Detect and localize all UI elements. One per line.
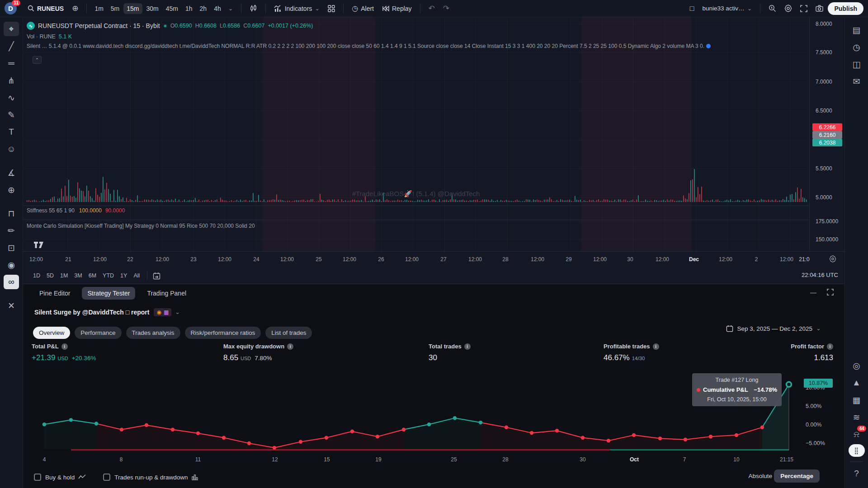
object-tree-icon[interactable]: ◫ xyxy=(849,57,864,71)
strategy-chevron-icon[interactable]: ⌄ xyxy=(175,310,180,314)
tab-pine-editor[interactable]: Pine Editor xyxy=(34,287,75,300)
notifications-bell-icon[interactable]: ⍾44 xyxy=(849,427,864,441)
layout-templates-button[interactable] xyxy=(324,3,339,14)
quick-search-button[interactable] xyxy=(765,3,780,14)
undo-button[interactable]: ↶ xyxy=(425,2,439,15)
settings-button[interactable] xyxy=(781,3,796,14)
view-overview[interactable]: Overview xyxy=(33,327,70,339)
range-6M[interactable]: 6M xyxy=(89,272,96,279)
timezone-gear-icon[interactable] xyxy=(829,255,836,264)
indicators-button[interactable]: Indicators ⌄ xyxy=(270,3,324,14)
range-1Y[interactable]: 1Y xyxy=(120,272,127,279)
stiffness-legend[interactable]: Stiffness 55 65 1 90100.000090.0000 xyxy=(27,207,125,214)
chat-icon[interactable]: ✉ xyxy=(849,74,864,89)
buy-hold-checkbox[interactable] xyxy=(34,474,41,481)
pane-separator[interactable] xyxy=(23,220,809,220)
equity-curve-chart[interactable]: 10.00%5.00%0.00%−5.00% 10.87% 4811121519… xyxy=(23,369,844,466)
watchlist-icon[interactable]: ▤ xyxy=(849,23,864,37)
fullscreen-button[interactable] xyxy=(797,3,811,14)
symbol-search-button[interactable]: RUNEUS xyxy=(24,3,67,14)
panel-maximize-icon[interactable] xyxy=(827,289,834,297)
replay-button[interactable]: Replay xyxy=(378,3,415,14)
redo-button[interactable]: ↷ xyxy=(439,2,453,15)
zoom-tool[interactable]: ⊕ xyxy=(4,183,19,197)
news-icon[interactable]: ≋ xyxy=(849,410,864,424)
strategy-badges[interactable]: ◉ ▦ xyxy=(154,308,171,316)
hide-tool[interactable]: ◉ xyxy=(4,258,19,272)
magnet-tool[interactable]: ⊓ xyxy=(4,206,19,221)
symbol-title[interactable]: RUNEUSDT Perpetual Contract · 15 · Bybit xyxy=(38,22,160,29)
goto-date-icon[interactable] xyxy=(153,272,160,280)
user-avatar[interactable]: D 11 xyxy=(5,2,17,14)
screenshot-button[interactable] xyxy=(812,3,827,14)
absolute-toggle[interactable]: Absolute xyxy=(748,473,772,479)
chart-style-button[interactable] xyxy=(246,3,261,14)
price-axis[interactable]: 8.00007.50007.00006.50005.50005.0000175.… xyxy=(809,17,844,267)
timeframe-45m[interactable]: 45m xyxy=(163,3,181,14)
brush-tool[interactable]: ✎ xyxy=(4,108,19,122)
range-3M[interactable]: 3M xyxy=(74,272,82,279)
strategy-title[interactable]: Silent Surge by @DaviddTech □ report xyxy=(34,309,149,316)
alert-button[interactable]: ◷ Alert xyxy=(348,2,377,14)
timeframe-1h[interactable]: 1h xyxy=(182,3,196,14)
view-performance[interactable]: Performance xyxy=(75,327,121,339)
percentage-toggle[interactable]: Percentage xyxy=(774,469,820,483)
tab-trading-panel[interactable]: Trading Panel xyxy=(142,287,192,300)
add-symbol-button[interactable]: ⊕ xyxy=(68,2,82,15)
info-icon[interactable]: i xyxy=(827,343,833,350)
volume-legend[interactable]: Vol · RUNE 5.1 K xyxy=(27,33,786,40)
timeframe-30m[interactable]: 30m xyxy=(143,3,162,14)
timeframe-4h[interactable]: 4h xyxy=(211,3,224,14)
strategy-legend[interactable]: Silent … 5.1.4 @ 0.0.1 www.davidd.tech d… xyxy=(27,43,786,49)
price-chart-canvas[interactable] xyxy=(23,17,809,267)
time-axis[interactable]: 12:002112:002212:002312:002412:002512:00… xyxy=(23,251,844,267)
timeframe-1m[interactable]: 1m xyxy=(91,3,106,14)
runup-drawdown-checkbox[interactable] xyxy=(103,474,110,481)
monte-carlo-legend[interactable]: Monte Carlo Simulation [Kioseff Trading]… xyxy=(27,223,255,229)
layout-name-button[interactable]: bunie33 activ… ⌄ xyxy=(698,3,755,14)
timeframe-2h[interactable]: 2h xyxy=(197,3,210,14)
info-icon[interactable]: i xyxy=(464,343,471,350)
screener-icon[interactable]: ◎ xyxy=(849,358,864,373)
info-icon[interactable]: i xyxy=(61,343,68,350)
tab-strategy-tester[interactable]: Strategy Tester xyxy=(82,287,135,300)
help-icon[interactable]: ? xyxy=(849,466,864,481)
calendar-icon[interactable]: ▦ xyxy=(849,393,864,407)
publish-button[interactable]: Publish xyxy=(828,2,863,15)
layout-select-icon[interactable]: □ xyxy=(686,3,698,14)
pane-separator[interactable] xyxy=(23,206,809,206)
lock-tool[interactable]: ⊡ xyxy=(4,240,19,255)
measure-tool[interactable]: ∡ xyxy=(4,165,19,180)
emoji-tool[interactable]: ☺ xyxy=(4,142,19,156)
view-trades-analysis[interactable]: Trades analysis xyxy=(126,327,180,339)
pitchfork-tool[interactable]: ⋔ xyxy=(4,73,19,88)
edit-tool[interactable]: ✏ xyxy=(4,223,19,238)
view-risk-ratios[interactable]: Risk/performance ratios xyxy=(185,327,261,339)
range-1M[interactable]: 1M xyxy=(60,272,68,279)
range-5D[interactable]: 5D xyxy=(47,272,54,279)
horizontal-line-tool[interactable]: ═ xyxy=(4,56,19,70)
ideas-icon[interactable]: ▲ xyxy=(849,375,864,390)
delete-tool[interactable]: ✕ xyxy=(4,298,19,313)
info-icon[interactable]: i xyxy=(653,343,659,350)
date-range-picker[interactable]: Sep 3, 2025 — Dec 2, 2025 ⌄ xyxy=(726,325,821,332)
text-tool[interactable]: T xyxy=(4,125,19,139)
utc-clock[interactable]: 22:04:16 UTC xyxy=(802,272,838,278)
link-tool[interactable]: ∞ xyxy=(4,275,19,289)
view-list-of-trades[interactable]: List of trades xyxy=(265,327,312,339)
timeframe-5m[interactable]: 5m xyxy=(108,3,123,14)
timeframes-chevron-icon[interactable]: ⌄ xyxy=(225,5,236,12)
timeframe-15m[interactable]: 15m xyxy=(123,3,142,14)
market-status-icon[interactable] xyxy=(163,24,167,28)
range-YTD[interactable]: YTD xyxy=(103,272,114,279)
crosshair-tool[interactable]: ⌖ xyxy=(4,22,19,36)
legend-collapse-button[interactable]: ⌃ xyxy=(33,56,42,64)
info-icon[interactable]: i xyxy=(287,343,293,350)
panel-minimize-icon[interactable]: — xyxy=(810,289,816,296)
range-All[interactable]: All xyxy=(133,272,140,279)
trend-line-tool[interactable]: ╱ xyxy=(4,39,19,53)
app-grid-icon[interactable]: ⣿ xyxy=(849,444,865,457)
pattern-tool[interactable]: ∿ xyxy=(4,90,19,105)
alerts-icon[interactable]: ◷ xyxy=(849,40,864,54)
range-1D[interactable]: 1D xyxy=(33,272,40,279)
